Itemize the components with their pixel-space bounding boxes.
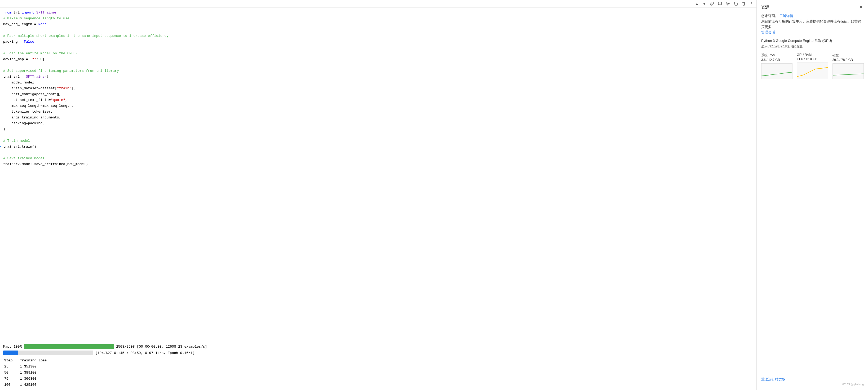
metric-chart-gpu — [797, 62, 828, 79]
code-line-l11: # Set supervised fine-tuning parameters … — [0, 68, 756, 74]
metric-card-disk: 磁盘 39.3 / 78.2 GB — [833, 53, 864, 79]
code-line-l6: packing = False — [0, 39, 756, 45]
code-line-l26: # Save trained model — [0, 155, 756, 161]
progress2-bar-container — [3, 351, 93, 355]
comment-button[interactable] — [717, 1, 723, 6]
progress1-bar-container — [24, 344, 114, 349]
table-row: 501.389100 — [3, 369, 53, 376]
col-header-loss: Training Loss — [19, 357, 53, 363]
settings-button[interactable] — [725, 1, 731, 6]
code-line-l14: train_dataset=dataset["train"], — [0, 86, 756, 91]
code-line-l24: ▶ trainer2.train() — [0, 144, 756, 150]
backend-info: Python 3 Google Compute Engine 后端 (GPU) — [761, 38, 864, 43]
manage-session-link[interactable]: 管理会话 — [761, 30, 775, 34]
code-line-l1: from trl import SFTTrainer — [0, 10, 756, 16]
time-range: 显示09:10到09:18之间的资源 — [761, 44, 864, 49]
subscription-text2: 您目前没有可用的计算单元。免费提供的资源并没有保证。如需购买更多 — [761, 19, 861, 29]
output-area: Map: 100% 2508/2508 [00:00<00:00, 12608.… — [0, 342, 756, 390]
code-line-l4 — [0, 27, 756, 33]
cell-loss: 1.366300 — [19, 376, 53, 382]
progress2-stats: [104/627 01:45 < 08:59, 0.97 it/s, Epoch… — [95, 351, 194, 355]
code-line-l15: peft_config=peft_config, — [0, 91, 756, 97]
code-area[interactable]: from trl import SFTTrainer # Maximum seq… — [0, 8, 756, 342]
code-line-l16: dataset_text_field="quote", — [0, 97, 756, 103]
code-line-l12: trainer2 = SFTTrainer( — [0, 74, 756, 80]
subscription-notice: 您未订阅。 了解详情。 您目前没有可用的计算单元。免费提供的资源并没有保证。如需… — [761, 13, 864, 35]
table-row: 751.366300 — [3, 376, 53, 382]
cell-step: 50 — [3, 369, 19, 376]
cell-loss: 1.425100 — [19, 382, 53, 388]
change-runtime-button[interactable]: 重改运行时类型 — [761, 373, 864, 382]
subscription-text1: 您未订阅。 — [761, 14, 778, 18]
resource-header: 资源 × — [761, 4, 864, 10]
cell-step: 100 — [3, 382, 19, 388]
progress1-stats: 2508/2508 [00:00<00:00, 12608.23 example… — [116, 345, 207, 349]
more-options-button[interactable]: ⋮ — [748, 1, 754, 6]
code-line-l21: ) — [0, 126, 756, 132]
metric-label-disk: 磁盘 — [833, 53, 864, 58]
progress-row-1: Map: 100% 2508/2508 [00:00<00:00, 12608.… — [3, 344, 753, 349]
code-line-l5: # Pack multiple short examples in the sa… — [0, 33, 756, 39]
metric-value-disk: 39.3 / 78.2 GB — [833, 58, 864, 62]
close-resource-panel-button[interactable]: × — [858, 4, 864, 10]
learn-more-link[interactable]: 了解详情。 — [779, 14, 797, 18]
delete-button[interactable] — [741, 1, 747, 6]
code-panel: ▲ ▼ — [0, 0, 757, 390]
move-up-button[interactable]: ▲ — [694, 1, 700, 6]
col-header-step: Step — [3, 357, 19, 363]
code-line-l17: max_seq_length=max_seq_length, — [0, 103, 756, 109]
copy-button[interactable] — [733, 1, 739, 6]
metric-chart-disk — [833, 63, 864, 79]
code-line-l3: max_seq_length = None — [0, 22, 756, 27]
cell-toolbar: ▲ ▼ — [0, 0, 756, 8]
move-down-button[interactable]: ▼ — [701, 1, 707, 6]
link-button[interactable] — [709, 1, 715, 6]
code-line-l25 — [0, 150, 756, 155]
code-line-l27: trainer2.model.save_pretrained(new_model… — [0, 161, 756, 167]
code-line-l13: model=model, — [0, 80, 756, 86]
progress-row-2: [104/627 01:45 < 08:59, 0.97 it/s, Epoch… — [3, 351, 753, 355]
metric-value-ram: 3.6 / 12.7 GB — [761, 58, 793, 62]
svg-point-1 — [727, 3, 728, 4]
code-line-l2: # Maximum sequence length to use — [0, 16, 756, 22]
cell-step: 75 — [3, 376, 19, 382]
resource-title: 资源 — [761, 5, 769, 10]
code-line-l10 — [0, 62, 756, 68]
metric-chart-ram — [761, 63, 793, 79]
code-line-l9: device_map = {"": 0} — [0, 56, 756, 62]
cell-loss: 1.389100 — [19, 369, 53, 376]
code-line-l18: tokenizer=tokenizer, — [0, 109, 756, 115]
code-line-l23: # Train model — [0, 138, 756, 144]
metric-label-gpu: GPU RAM — [797, 53, 828, 57]
bottom-right-text: ©2024 @qbsheng — [761, 383, 864, 386]
code-line-l19: args=training_arguments, — [0, 115, 756, 121]
svg-rect-2 — [735, 3, 737, 5]
code-line-l7 — [0, 45, 756, 51]
progress1-bar-fill — [24, 344, 114, 349]
code-line-l20: packing=packing, — [0, 121, 756, 126]
training-table: Step Training Loss 251.351300501.3891007… — [3, 357, 53, 388]
metric-card-gpu: GPU RAM 11.6 / 15.0 GB — [797, 53, 828, 79]
resource-panel: 资源 × 您未订阅。 了解详情。 您目前没有可用的计算单元。免费提供的资源并没有… — [757, 0, 868, 390]
progress1-label: Map: 100% — [3, 345, 22, 349]
metric-label-ram: 系统 RAM — [761, 53, 793, 58]
progress2-bar-fill — [3, 351, 18, 355]
metrics-row: 系统 RAM 3.6 / 12.7 GB GPU RAM 11.6 / 15.0… — [761, 53, 864, 79]
code-line-l8: # Load the entire model on the GPU 0 — [0, 51, 756, 56]
metric-card-ram: 系统 RAM 3.6 / 12.7 GB — [761, 53, 793, 79]
table-row: 251.351300 — [3, 363, 53, 369]
cell-step: 25 — [3, 363, 19, 369]
table-row: 1001.425100 — [3, 382, 53, 388]
metric-value-gpu: 11.6 / 15.0 GB — [797, 57, 828, 61]
code-line-l22 — [0, 132, 756, 138]
cell-loss: 1.351300 — [19, 363, 53, 369]
svg-rect-0 — [718, 2, 721, 5]
